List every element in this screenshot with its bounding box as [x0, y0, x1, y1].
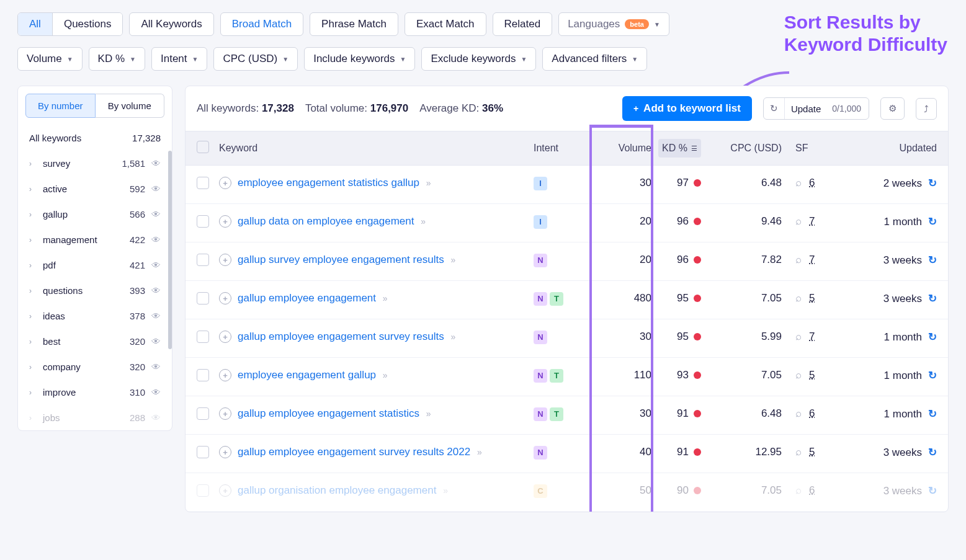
serp-icon[interactable]: ⌕ [795, 369, 802, 381]
filter-intent[interactable]: Intent▼ [151, 47, 207, 71]
expand-icon[interactable]: + [219, 292, 231, 304]
export-button[interactable]: ⤴ [916, 98, 937, 120]
filter-volume[interactable]: Volume▼ [17, 47, 83, 71]
row-checkbox[interactable] [197, 446, 209, 458]
serp-icon[interactable]: ⌕ [795, 254, 802, 266]
keyword-link[interactable]: employee engagement statistics gallup [238, 177, 419, 189]
eye-icon[interactable]: 👁 [151, 362, 161, 372]
sidebar-item-questions[interactable]: ›questions393👁 [18, 278, 172, 303]
keyword-link[interactable]: employee engagement gallup [238, 369, 376, 381]
expand-icon[interactable]: + [219, 254, 231, 266]
sidebar-item-pdf[interactable]: ›pdf421👁 [18, 252, 172, 278]
sf-value[interactable]: 7 [809, 215, 815, 228]
languages-dropdown[interactable]: Languages beta ▼ [558, 12, 669, 36]
keyword-link[interactable]: gallup employee engagement survey result… [238, 331, 444, 342]
row-refresh-icon[interactable]: ↻ [928, 446, 937, 459]
keyword-link[interactable]: gallup data on employee engagement [238, 215, 414, 227]
refresh-icon[interactable]: ↻ [764, 98, 785, 119]
keyword-link[interactable]: gallup employee engagement [238, 292, 376, 304]
sf-value[interactable]: 5 [809, 446, 815, 458]
settings-button[interactable]: ⚙ [880, 97, 905, 120]
sidebar-item-best[interactable]: ›best320👁 [18, 329, 172, 354]
eye-icon[interactable]: 👁 [151, 412, 161, 423]
row-refresh-icon[interactable]: ↻ [928, 215, 937, 228]
row-checkbox[interactable] [197, 292, 209, 304]
row-checkbox[interactable] [197, 331, 209, 343]
col-cpc[interactable]: CPC (USD) [707, 143, 782, 154]
sidebar-scrollbar[interactable] [168, 151, 172, 349]
expand-icon[interactable]: + [219, 369, 231, 381]
tab-questions[interactable]: Questions [53, 13, 123, 35]
serp-icon[interactable]: ⌕ [795, 292, 802, 304]
row-refresh-icon[interactable]: ↻ [928, 254, 937, 267]
tab-phrase-match[interactable]: Phrase Match [310, 12, 398, 36]
col-sf[interactable]: SF [782, 143, 844, 154]
eye-icon[interactable]: 👁 [151, 387, 161, 398]
sidebar-item-active[interactable]: ›active592👁 [18, 176, 172, 202]
row-refresh-icon[interactable]: ↻ [928, 292, 937, 305]
sf-value[interactable]: 6 [809, 407, 815, 420]
serp-icon[interactable]: ⌕ [795, 407, 802, 420]
serp-icon[interactable]: ⌕ [795, 177, 802, 189]
sidebar-item-jobs[interactable]: ›jobs288👁 [18, 405, 172, 430]
row-checkbox[interactable] [197, 484, 209, 497]
sf-value[interactable]: 6 [809, 484, 815, 497]
filter-kd-[interactable]: KD %▼ [89, 47, 145, 71]
keyword-link[interactable]: gallup employee engagement statistics [238, 407, 419, 419]
keyword-link[interactable]: gallup survey employee engagement result… [238, 254, 444, 265]
sf-value[interactable]: 5 [809, 292, 815, 304]
sidebar-all-keywords[interactable]: All keywords 17,328 [18, 125, 172, 151]
row-checkbox[interactable] [197, 254, 209, 266]
toggle-by-volume[interactable]: By volume [96, 94, 165, 118]
eye-icon[interactable]: 👁 [151, 234, 161, 245]
eye-icon[interactable]: 👁 [151, 260, 161, 270]
row-refresh-icon[interactable]: ↻ [928, 484, 937, 497]
tab-all-keywords[interactable]: All Keywords [129, 12, 213, 36]
sf-value[interactable]: 7 [809, 254, 815, 266]
col-intent[interactable]: Intent [534, 143, 596, 154]
sidebar-item-management[interactable]: ›management422👁 [18, 227, 172, 252]
row-refresh-icon[interactable]: ↻ [928, 407, 937, 420]
keyword-link[interactable]: gallup employee engagement survey result… [238, 446, 470, 458]
eye-icon[interactable]: 👁 [151, 209, 161, 220]
expand-icon[interactable]: + [219, 215, 231, 228]
expand-icon[interactable]: + [219, 331, 231, 343]
toggle-by-number[interactable]: By number [25, 94, 96, 118]
serp-icon[interactable]: ⌕ [795, 331, 802, 343]
expand-icon[interactable]: + [219, 177, 231, 189]
select-all-checkbox[interactable] [197, 141, 209, 153]
row-refresh-icon[interactable]: ↻ [928, 369, 937, 382]
col-volume[interactable]: Volume [596, 143, 651, 154]
sidebar-item-improve[interactable]: ›improve310👁 [18, 380, 172, 405]
filter-exclude-keywords[interactable]: Exclude keywords▼ [421, 47, 536, 71]
serp-icon[interactable]: ⌕ [795, 215, 802, 228]
filter-cpc-usd-[interactable]: CPC (USD)▼ [213, 47, 298, 71]
sidebar-item-survey[interactable]: ›survey1,581👁 [18, 151, 172, 176]
eye-icon[interactable]: 👁 [151, 184, 161, 194]
row-refresh-icon[interactable]: ↻ [928, 331, 937, 344]
col-updated[interactable]: Updated [844, 143, 937, 154]
serp-icon[interactable]: ⌕ [795, 446, 802, 458]
keyword-link[interactable]: gallup organisation employee engagement [238, 484, 436, 496]
sf-value[interactable]: 7 [809, 331, 815, 343]
col-kd[interactable]: KD % ☰ [651, 139, 707, 158]
sf-value[interactable]: 6 [809, 177, 815, 189]
sidebar-item-ideas[interactable]: ›ideas378👁 [18, 303, 172, 329]
col-keyword[interactable]: Keyword [219, 143, 534, 154]
tab-broad-match[interactable]: Broad Match [220, 12, 303, 36]
eye-icon[interactable]: 👁 [151, 158, 161, 169]
tab-exact-match[interactable]: Exact Match [405, 12, 486, 36]
serp-icon[interactable]: ⌕ [795, 484, 802, 497]
eye-icon[interactable]: 👁 [151, 336, 161, 347]
sidebar-item-company[interactable]: ›company320👁 [18, 354, 172, 380]
row-refresh-icon[interactable]: ↻ [928, 177, 937, 190]
row-checkbox[interactable] [197, 369, 209, 381]
filter-include-keywords[interactable]: Include keywords▼ [304, 47, 415, 71]
expand-icon[interactable]: + [219, 484, 231, 497]
expand-icon[interactable]: + [219, 446, 231, 458]
eye-icon[interactable]: 👁 [151, 311, 161, 321]
add-to-keyword-list-button[interactable]: + Add to keyword list [622, 96, 752, 121]
row-checkbox[interactable] [197, 407, 209, 420]
tab-all[interactable]: All [18, 13, 53, 35]
filter-advanced-filters[interactable]: Advanced filters▼ [542, 47, 647, 71]
